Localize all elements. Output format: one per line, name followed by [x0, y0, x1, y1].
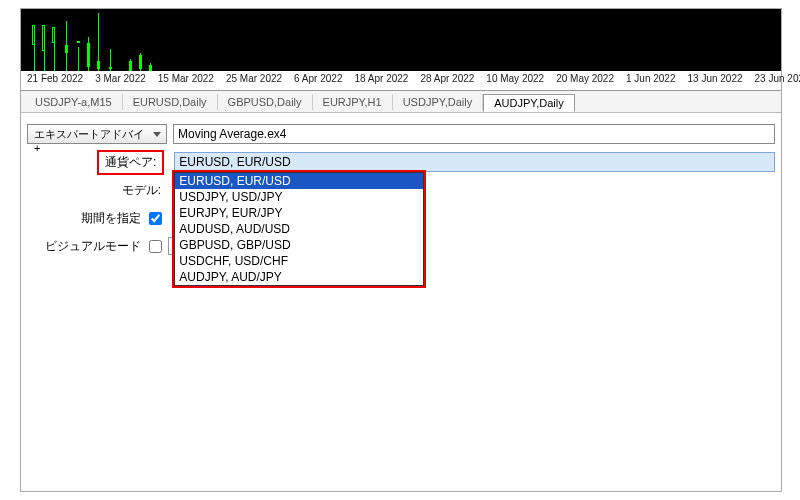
date-tick: 21 Feb 2022 — [21, 73, 89, 90]
period-label: 期間を指定 — [27, 210, 147, 227]
date-tick: 10 May 2022 — [480, 73, 550, 90]
date-axis: 21 Feb 20223 Mar 202215 Mar 202225 Mar 2… — [21, 71, 781, 91]
date-tick: 25 Mar 2022 — [220, 73, 288, 90]
currency-pair-option[interactable]: GBPUSD, GBP/USD — [175, 237, 423, 253]
candlestick-chart — [21, 9, 781, 71]
app-frame: 21 Feb 20223 Mar 202215 Mar 202225 Mar 2… — [20, 8, 782, 492]
chart-tab[interactable]: USDJPY-a,M15 — [25, 94, 123, 110]
date-tick: 6 Apr 2022 — [288, 73, 348, 90]
visual-mode-checkbox[interactable] — [149, 240, 162, 253]
date-tick: 28 Apr 2022 — [414, 73, 480, 90]
date-tick: 15 Mar 2022 — [152, 73, 220, 90]
model-label: モデル: — [27, 182, 167, 199]
date-tick: 23 Jun 2022 — [749, 73, 800, 90]
date-tick: 1 Jun 2022 — [620, 73, 682, 90]
currency-pair-label: 通貨ペア: — [99, 152, 162, 173]
chart-tab[interactable]: AUDJPY,Daily — [483, 94, 575, 112]
currency-pair-combo[interactable]: EURUSD, EUR/USD — [174, 152, 775, 172]
date-tick: 20 May 2022 — [550, 73, 620, 90]
period-checkbox[interactable] — [149, 212, 162, 225]
currency-pair-option[interactable]: AUDUSD, AUD/USD — [175, 221, 423, 237]
chart-tab[interactable]: EURJPY,H1 — [313, 94, 393, 110]
tester-panel: エキスパートアドバイ+ Moving Average.ex4 通貨ペア: EUR… — [21, 113, 781, 273]
chart-tab[interactable]: USDJPY,Daily — [393, 94, 484, 110]
chart-tab[interactable]: GBPUSD,Daily — [218, 94, 313, 110]
currency-pair-option[interactable]: EURUSD, EUR/USD — [175, 173, 423, 189]
currency-pair-option[interactable]: EURJPY, EUR/JPY — [175, 205, 423, 221]
chart-tab-bar: USDJPY-a,M15EURUSD,DailyGBPUSD,DailyEURJ… — [21, 91, 781, 113]
chart-tab[interactable]: EURUSD,Daily — [123, 94, 218, 110]
currency-pair-row: 通貨ペア: EURUSD, EUR/USD EURUSD, EUR/USDUSD… — [27, 151, 775, 173]
currency-pair-combo-wrap: EURUSD, EUR/USD EURUSD, EUR/USDUSDJPY, U… — [174, 152, 775, 172]
date-tick: 13 Jun 2022 — [681, 73, 748, 90]
expert-advisor-row: エキスパートアドバイ+ Moving Average.ex4 — [27, 123, 775, 145]
visual-mode-label: ビジュアルモード — [27, 238, 147, 255]
currency-pair-option[interactable]: USDCHF, USD/CHF — [175, 253, 423, 269]
expert-advisor-dropdown[interactable]: エキスパートアドバイ+ — [27, 124, 167, 144]
currency-pair-option[interactable]: USDJPY, USD/JPY — [175, 189, 423, 205]
expert-advisor-field[interactable]: Moving Average.ex4 — [173, 124, 775, 144]
date-tick: 18 Apr 2022 — [348, 73, 414, 90]
currency-pair-dropdown-list[interactable]: EURUSD, EUR/USDUSDJPY, USD/JPYEURJPY, EU… — [174, 172, 424, 286]
currency-pair-option[interactable]: AUDJPY, AUD/JPY — [175, 269, 423, 285]
date-tick: 3 Mar 2022 — [89, 73, 152, 90]
